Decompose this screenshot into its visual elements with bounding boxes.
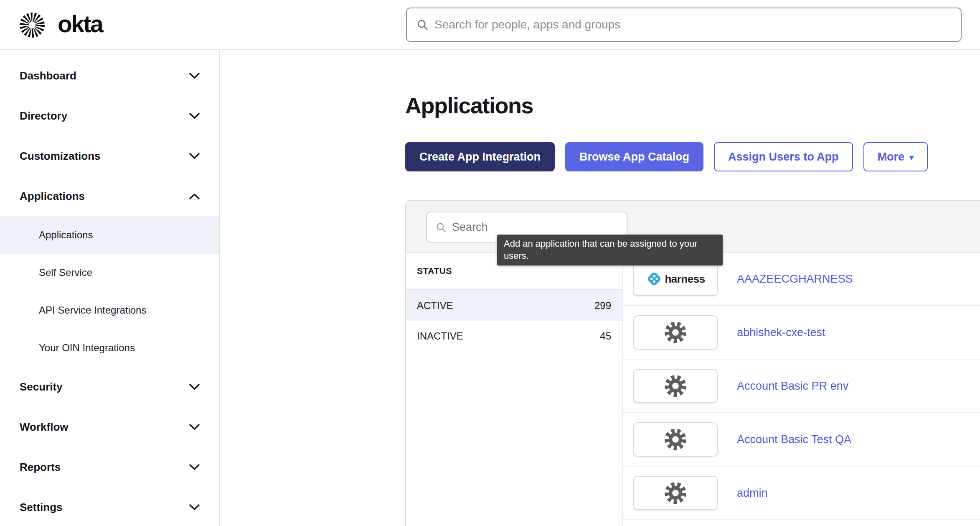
sidebar-item-customizations[interactable]: Customizations (0, 136, 219, 176)
gear-icon (663, 374, 688, 398)
app-link[interactable]: abhishek-cxe-test (737, 326, 825, 339)
chevron-down-icon (189, 464, 200, 471)
sidebar-item-settings[interactable]: Settings (0, 487, 219, 526)
caret-down-icon: ▾ (909, 153, 914, 162)
app-link[interactable]: Account Basic PR env (737, 380, 848, 393)
okta-logo[interactable]: okta (19, 12, 102, 38)
okta-starburst-icon (19, 12, 46, 38)
harness-logo-text: harness (665, 273, 705, 286)
status-filter-column: STATUS ACTIVE 299 INACTIVE 45 (406, 253, 623, 526)
action-buttons: Create App Integration Browse App Catalo… (405, 142, 980, 171)
app-icon-tile (633, 476, 718, 510)
sidebar-subitem-your-oin-integrations[interactable]: Your OIN Integrations (0, 329, 219, 367)
chevron-down-icon (189, 383, 200, 391)
sidebar-item-dashboard[interactable]: Dashboard (0, 56, 219, 96)
chevron-down-icon (189, 153, 200, 160)
app-icon-tile (633, 422, 718, 457)
sidebar-subitem-self-service[interactable]: Self Service (0, 254, 219, 291)
app-icon-tile (633, 315, 718, 350)
main-content: Applications Create App Integration Brow… (220, 50, 980, 526)
sidebar-item-reports[interactable]: Reports (0, 447, 219, 487)
status-filter-inactive[interactable]: INACTIVE 45 (406, 321, 622, 351)
status-filter-active[interactable]: ACTIVE 299 (406, 290, 622, 321)
sidebar-subitem-api-service-integrations[interactable]: API Service Integrations (0, 291, 219, 329)
app-row: Account Basic Test QA (623, 413, 980, 467)
app-list: harness AAAZEECGHARNESS (623, 253, 980, 526)
gear-icon (663, 427, 688, 452)
panel-header: Add an application that can be assigned … (406, 201, 980, 253)
topbar: okta (0, 0, 980, 50)
sidebar-item-security[interactable]: Security (0, 367, 219, 407)
app-icon-tile (633, 369, 718, 403)
app-icon-tile: harness (633, 262, 718, 296)
sidebar-item-directory[interactable]: Directory (0, 96, 219, 136)
applications-panel: Add an application that can be assigned … (405, 200, 980, 526)
app-row: admin (623, 467, 980, 520)
search-icon (435, 222, 447, 233)
sidebar: Dashboard Directory Customizations Appli… (0, 50, 220, 526)
add-application-tooltip: Add an application that can be assigned … (497, 235, 723, 266)
app-link[interactable]: AAAZEECGHARNESS (737, 273, 853, 286)
status-label: ACTIVE (417, 300, 453, 312)
chevron-down-icon (189, 504, 200, 511)
chevron-down-icon (189, 424, 200, 431)
chevron-down-icon (189, 112, 200, 120)
page-title: Applications (405, 93, 980, 118)
app-link[interactable]: Account Basic Test QA (737, 433, 851, 446)
assign-users-to-app-button[interactable]: Assign Users to App (714, 142, 853, 171)
app-link[interactable]: admin (737, 487, 768, 500)
chevron-down-icon (189, 72, 200, 79)
status-count: 45 (600, 330, 611, 342)
app-row: abhishek-cxe-test (623, 306, 980, 360)
harness-logo-icon: harness (646, 271, 705, 287)
gear-icon (663, 481, 688, 505)
sidebar-subitem-applications[interactable]: Applications (0, 216, 219, 254)
chevron-up-icon (189, 193, 200, 200)
app-row: Account Basic PR env (623, 360, 980, 413)
app-search-input[interactable] (452, 221, 627, 234)
sidebar-item-applications[interactable]: Applications (0, 176, 219, 216)
browse-app-catalog-button[interactable]: Browse App Catalog (565, 142, 703, 171)
panel-body: STATUS ACTIVE 299 INACTIVE 45 (406, 253, 980, 526)
global-search-input[interactable] (434, 18, 961, 31)
sidebar-item-workflow[interactable]: Workflow (0, 407, 219, 447)
create-app-integration-button[interactable]: Create App Integration (405, 142, 555, 171)
gear-icon (663, 320, 688, 345)
search-icon (416, 18, 429, 31)
status-label: INACTIVE (417, 330, 463, 342)
okta-wordmark: okta (58, 10, 102, 38)
status-count: 299 (594, 300, 611, 312)
global-search[interactable] (406, 8, 962, 42)
more-button[interactable]: More ▾ (863, 142, 928, 171)
